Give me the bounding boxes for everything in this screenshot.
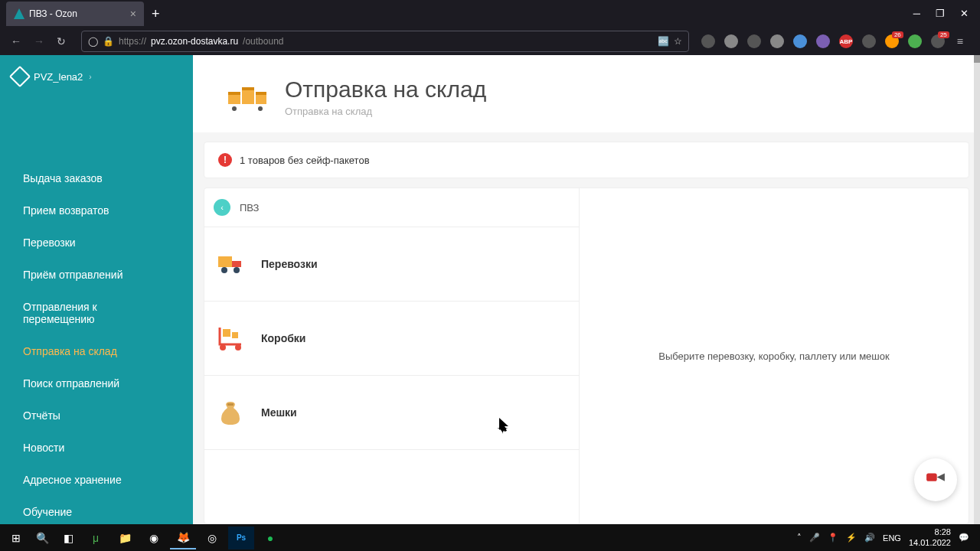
tray-lang[interactable]: ENG: [883, 533, 901, 543]
alert-banner[interactable]: ! 1 товаров без сейф-пакетов: [204, 142, 969, 178]
vertical-scrollbar[interactable]: [974, 55, 980, 524]
sidebar-item-storage[interactable]: Адресное хранение: [0, 464, 193, 496]
ext-3-icon[interactable]: [747, 34, 761, 48]
url-path: /outbound: [243, 36, 283, 47]
alert-text: 1 товаров без сейф-пакетов: [240, 155, 370, 166]
browser-chrome: ПВЗ - Ozon × + ─ ❐ ✕ ← → ↻ ◯ 🔒 https://p…: [0, 0, 980, 55]
ext-8-icon[interactable]: 26: [885, 34, 899, 48]
new-tab-button[interactable]: +: [152, 6, 160, 22]
sack-icon: [215, 397, 246, 428]
list-column: ‹ ПВЗ Перевозки Коробки: [204, 188, 580, 523]
sidebar-item-move[interactable]: Отправления к перемещению: [0, 291, 193, 335]
menu-icon[interactable]: ≡: [954, 32, 966, 51]
tray-mic-icon[interactable]: 🎤: [809, 533, 820, 543]
ext-4-icon[interactable]: [770, 34, 784, 48]
lock-icon: 🔒: [103, 36, 114, 47]
windows-taskbar: ⊞ 🔍 ◧ μ 📁 ◉ 🦊 ◎ Ps ● ˄ 🎤 📍 ⚡ 🔊 ENG 8:28 …: [0, 524, 980, 551]
forward-icon[interactable]: →: [31, 32, 47, 51]
svg-rect-16: [227, 403, 234, 406]
search-icon[interactable]: 🔍: [31, 527, 54, 549]
list-back-button[interactable]: ‹: [214, 199, 230, 216]
taskbar-app-firefox[interactable]: 🦊: [170, 527, 196, 549]
tab-title: ПВЗ - Ozon: [29, 8, 77, 19]
page-title: Отправка на склад: [285, 77, 486, 103]
tray-volume-icon[interactable]: 🔊: [864, 533, 875, 543]
tray-wifi-icon[interactable]: ⚡: [846, 533, 857, 543]
taskbar-app-explorer[interactable]: 📁: [112, 527, 138, 549]
taskbar-app-steam[interactable]: ◉: [141, 527, 167, 549]
header-text: Отправка на склад Отправка на склад: [285, 77, 486, 117]
ext-2-icon[interactable]: [724, 34, 738, 48]
ext-9-icon[interactable]: [908, 34, 922, 48]
taskbar-left: ⊞ 🔍 ◧ μ 📁 ◉ 🦊 ◎ Ps ●: [5, 527, 283, 549]
svg-rect-5: [256, 92, 266, 95]
start-button[interactable]: ⊞: [5, 527, 28, 549]
list-header-title: ПВЗ: [240, 202, 259, 214]
taskbar-app-obs[interactable]: ◎: [199, 527, 225, 549]
nav-bar: ← → ↻ ◯ 🔒 https://pvz.ozon-dostavka.ru/o…: [0, 28, 980, 55]
tray-location-icon[interactable]: 📍: [828, 533, 838, 543]
window-controls: ─ ❐ ✕: [902, 0, 980, 27]
svg-rect-17: [926, 474, 937, 481]
sidebar-item-reports[interactable]: Отчёты: [0, 399, 193, 432]
tab-close-icon[interactable]: ×: [130, 8, 136, 20]
svg-point-6: [232, 106, 237, 111]
sidebar-item-outbound[interactable]: Отправка на склад: [0, 335, 193, 367]
taskbar-app-photoshop[interactable]: Ps: [228, 527, 254, 549]
bookmark-icon[interactable]: ☆: [674, 36, 682, 47]
sidebar-items: Выдача заказов Прием возвратов Перевозки…: [0, 93, 193, 524]
main-content: Отправка на склад Отправка на склад ! 1 …: [193, 55, 980, 524]
list-item-transport[interactable]: Перевозки: [204, 227, 579, 302]
page-header: Отправка на склад Отправка на склад: [193, 55, 980, 132]
sidebar-user[interactable]: PVZ_lena2 ›: [0, 55, 193, 93]
ext-5-icon[interactable]: [793, 34, 807, 48]
tray-notifications-icon[interactable]: 💬: [959, 533, 969, 543]
maximize-icon[interactable]: ❐: [936, 8, 945, 19]
sidebar-item-receive[interactable]: Приём отправлений: [0, 259, 193, 291]
task-view-icon[interactable]: ◧: [57, 527, 80, 549]
svg-rect-13: [232, 332, 238, 338]
detail-empty-text: Выберите перевозку, коробку, паллету или…: [658, 350, 889, 362]
sidebar-item-transport[interactable]: Перевозки: [0, 227, 193, 259]
content-split: ‹ ПВЗ Перевозки Коробки: [204, 187, 969, 524]
sidebar-item-returns[interactable]: Прием возвратов: [0, 194, 193, 227]
taskbar-app-spotify[interactable]: ●: [257, 527, 283, 549]
page-subtitle: Отправка на склад: [285, 106, 486, 117]
svg-rect-4: [242, 87, 254, 90]
ext-abp-icon[interactable]: ABP: [839, 34, 853, 48]
sidebar-item-news[interactable]: Новости: [0, 432, 193, 464]
svg-rect-8: [218, 256, 232, 267]
app: PVZ_lena2 › Выдача заказов Прием возврат…: [0, 55, 980, 524]
shield-icon: ◯: [88, 36, 98, 47]
scanner-icon: [923, 467, 949, 493]
minimize-icon[interactable]: ─: [913, 8, 920, 19]
list-item-boxes[interactable]: Коробки: [204, 302, 579, 376]
browser-tab[interactable]: ПВЗ - Ozon ×: [6, 2, 144, 26]
scanner-fab[interactable]: [914, 458, 957, 501]
sidebar-item-training[interactable]: Обучение: [0, 496, 193, 524]
url-bar[interactable]: ◯ 🔒 https://pvz.ozon-dostavka.ru/outboun…: [81, 31, 689, 52]
ext-10-icon[interactable]: 25: [931, 34, 945, 48]
translate-icon[interactable]: 🔤: [658, 36, 669, 47]
taskbar-app-utorrent[interactable]: μ: [83, 527, 109, 549]
sidebar-item-search[interactable]: Поиск отправлений: [0, 367, 193, 399]
sidebar-item-orders[interactable]: Выдача заказов: [0, 162, 193, 194]
svg-point-14: [220, 344, 226, 350]
back-icon[interactable]: ←: [8, 32, 24, 51]
svg-point-11: [234, 267, 240, 273]
dolly-icon: [215, 323, 246, 354]
ext-vk-icon[interactable]: [862, 34, 876, 48]
extension-icons: ABP 26 25 ≡: [701, 32, 972, 51]
ext-pocket-icon[interactable]: [701, 34, 715, 48]
list-header: ‹ ПВЗ: [204, 188, 579, 227]
tray-clock[interactable]: 8:28 14.01.2022: [909, 527, 951, 547]
reload-icon[interactable]: ↻: [54, 32, 69, 51]
list-item-sacks[interactable]: Мешки: [204, 376, 579, 450]
close-icon[interactable]: ✕: [960, 8, 969, 19]
tray-chevron-icon[interactable]: ˄: [797, 533, 802, 543]
taskbar-right: ˄ 🎤 📍 ⚡ 🔊 ENG 8:28 14.01.2022 💬: [797, 527, 975, 547]
detail-column: Выберите перевозку, коробку, паллету или…: [580, 188, 969, 523]
svg-point-15: [235, 344, 241, 350]
user-name: PVZ_lena2: [34, 71, 83, 83]
ext-6-icon[interactable]: [816, 34, 830, 48]
